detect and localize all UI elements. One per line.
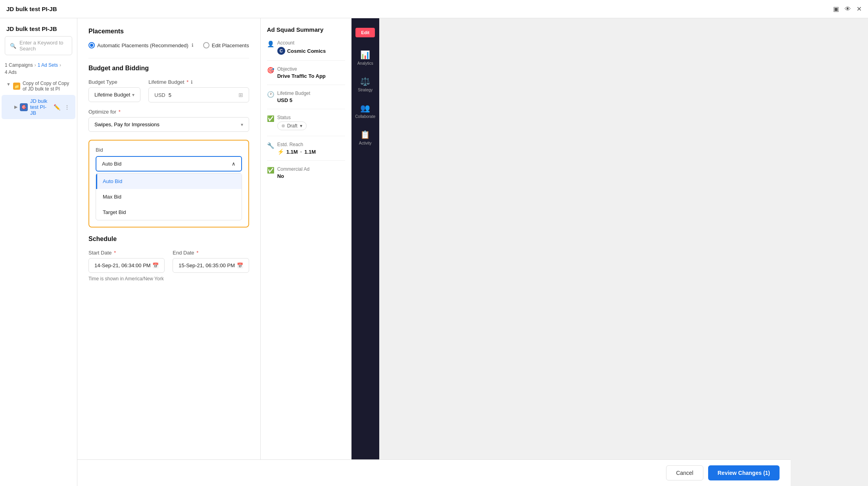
summary-commercial-row: ✅ Commercial Ad No bbox=[267, 166, 345, 185]
summary-budget-row: 🕐 Lifetime Budget USD 5 bbox=[267, 91, 345, 109]
nav-edit[interactable]: Edit bbox=[351, 22, 379, 44]
tree-expand-icon: ▼ bbox=[6, 82, 11, 87]
edit-adsquad-icon[interactable]: ✏️ bbox=[53, 103, 61, 111]
divider-1 bbox=[88, 58, 249, 58]
end-date-value: 15-Sep-21, 06:35:00 PM bbox=[179, 262, 235, 268]
left-sidebar: JD bulk test PI-JB 🔍 Enter a Keyword to … bbox=[0, 18, 77, 486]
campaign-icon: 📁 bbox=[13, 83, 20, 90]
budget-icon: 🕐 bbox=[267, 91, 274, 98]
campaign-label: Copy of Copy of Copy of JD bulk te st PI bbox=[23, 81, 71, 92]
account-badge: C Cosmic Comics bbox=[277, 47, 326, 55]
budget-section: Budget and Bidding Budget Type Lifetime … bbox=[88, 65, 249, 132]
tree-adsquad[interactable]: ▶ 🎯 JD bulk test PI-JB ✏️ ⋮ bbox=[2, 95, 75, 119]
top-header: JD bulk test PI-JB ▣ 👁 ✕ bbox=[0, 0, 868, 18]
budget-value: USD 5 bbox=[277, 97, 345, 103]
nav-analytics[interactable]: 📊 Analytics bbox=[351, 44, 379, 71]
start-date-value: 14-Sep-21, 06:34:00 PM bbox=[94, 262, 151, 268]
bid-selected-value: Auto Bid bbox=[102, 161, 121, 167]
lifetime-budget-input[interactable]: USD ⊞ bbox=[148, 87, 249, 102]
reach-warning-icon: ⚡ bbox=[277, 148, 284, 155]
optimize-select[interactable]: Swipes, Pay for Impressions ▾ bbox=[88, 117, 249, 132]
breadcrumb-sep-1: › bbox=[35, 62, 36, 68]
main-content: Placements Automatic Placements (Recomme… bbox=[77, 18, 260, 486]
budget-key: Lifetime Budget bbox=[277, 91, 345, 96]
automatic-placement-label: Automatic Placements (Recommended) bbox=[97, 42, 188, 48]
optimize-label: Optimize for * bbox=[88, 109, 249, 115]
budget-form-row: Budget Type Lifetime Budget ▾ Lifetime B… bbox=[88, 79, 249, 102]
status-value: Draft bbox=[287, 123, 298, 129]
edit-placement-option[interactable]: Edit Placements bbox=[203, 42, 249, 48]
calendar-icon-start: 📅 bbox=[152, 262, 159, 268]
budget-title: Budget and Bidding bbox=[88, 65, 249, 72]
optimize-value: Swipes, Pay for Impressions bbox=[94, 122, 159, 127]
reach-min: 1.1M bbox=[286, 149, 298, 155]
more-options-icon[interactable]: ⋮ bbox=[63, 103, 71, 111]
budget-type-select[interactable]: Lifetime Budget ▾ bbox=[88, 87, 140, 102]
budget-type-chevron: ▾ bbox=[132, 92, 134, 98]
account-key: Account bbox=[277, 40, 345, 46]
search-bar[interactable]: 🔍 Enter a Keyword to Search bbox=[5, 36, 72, 55]
objective-key: Objective bbox=[277, 66, 345, 72]
account-value: Cosmic Comics bbox=[287, 48, 326, 54]
cancel-button[interactable]: Cancel bbox=[666, 465, 703, 480]
reach-values: ⚡ 1.1M - 1.1M bbox=[277, 148, 345, 155]
bid-option-max[interactable]: Max Bid bbox=[96, 189, 242, 204]
optimize-chevron: ▾ bbox=[241, 122, 243, 127]
bid-label: Bid bbox=[96, 147, 242, 153]
reach-key: Estd. Reach bbox=[277, 142, 345, 147]
breadcrumb-sep-2: › bbox=[60, 62, 61, 68]
start-date-input[interactable]: 14-Sep-21, 06:34:00 PM 📅 bbox=[88, 258, 165, 273]
status-pill[interactable]: Draft ▾ bbox=[277, 122, 307, 130]
placements-title: Placements bbox=[88, 28, 249, 35]
breadcrumb: 1 Campaigns › 1 Ad Sets › 4 Ads bbox=[0, 60, 77, 77]
tree-expand-icon-squad: ▶ bbox=[14, 104, 17, 110]
reach-max: 1.1M bbox=[304, 149, 316, 155]
bid-container: Bid Auto Bid ∧ Auto Bid Max Bid Target B… bbox=[88, 140, 249, 228]
end-date-input[interactable]: 15-Sep-21, 06:35:00 PM 📅 bbox=[173, 258, 249, 273]
status-icon: ✅ bbox=[267, 115, 274, 122]
breadcrumb-ads: 4 Ads bbox=[5, 69, 17, 75]
close-icon[interactable]: ✕ bbox=[856, 5, 862, 13]
budget-amount-input[interactable] bbox=[169, 92, 235, 98]
preview-icon[interactable]: 👁 bbox=[845, 6, 851, 13]
far-right-nav: Edit 📊 Analytics ⚖️ Strategy 👥 Collabora… bbox=[351, 18, 379, 486]
account-icon: 👤 bbox=[267, 40, 274, 48]
bottom-spacer bbox=[88, 282, 249, 309]
summary-reach-content: Estd. Reach ⚡ 1.1M - 1.1M bbox=[277, 142, 345, 155]
nav-collaborate[interactable]: 👥 Collaborate bbox=[351, 98, 379, 124]
review-changes-button[interactable]: Review Changes (1) bbox=[708, 465, 780, 480]
collaborate-icon: 👥 bbox=[360, 103, 370, 113]
bid-option-target[interactable]: Target Bid bbox=[96, 204, 242, 220]
search-icon: 🔍 bbox=[10, 43, 16, 49]
sidebar-toggle-icon[interactable]: ▣ bbox=[833, 5, 839, 13]
lifetime-budget-field: Lifetime Budget * ℹ USD ⊞ bbox=[148, 79, 249, 102]
summary-objective-row: 🎯 Objective Drive Traffic To App bbox=[267, 66, 345, 85]
collaborate-label: Collaborate bbox=[355, 114, 375, 119]
nav-strategy[interactable]: ⚖️ Strategy bbox=[351, 71, 379, 98]
placements-section: Placements Automatic Placements (Recomme… bbox=[88, 28, 249, 48]
summary-objective-content: Objective Drive Traffic To App bbox=[277, 66, 345, 79]
nav-activity[interactable]: 📋 Activity bbox=[351, 124, 379, 151]
commercial-value: No bbox=[277, 173, 345, 179]
info-icon-placement: ℹ bbox=[192, 42, 194, 48]
automatic-radio[interactable] bbox=[88, 42, 95, 48]
bottom-action-bar: Cancel Review Changes (1) bbox=[77, 459, 791, 486]
strategy-label: Strategy bbox=[358, 88, 373, 92]
breadcrumb-adsets[interactable]: 1 Ad Sets bbox=[38, 62, 58, 68]
bid-select[interactable]: Auto Bid ∧ bbox=[96, 156, 242, 172]
reach-dash: - bbox=[300, 148, 302, 155]
tree-campaign[interactable]: ▼ 📁 Copy of Copy of Copy of JD bulk te s… bbox=[2, 77, 75, 95]
status-chevron: ▾ bbox=[300, 123, 302, 129]
optimize-section: Optimize for * Swipes, Pay for Impressio… bbox=[88, 109, 249, 132]
header-actions: ▣ 👁 ✕ bbox=[833, 5, 862, 13]
sidebar-title: JD bulk test PI-JB bbox=[0, 18, 77, 36]
activity-icon: 📋 bbox=[360, 130, 370, 139]
end-date-label: End Date * bbox=[173, 250, 249, 256]
automatic-placement-option[interactable]: Automatic Placements (Recommended) ℹ bbox=[88, 42, 194, 48]
start-date-required: * bbox=[114, 250, 116, 256]
bid-option-auto[interactable]: Auto Bid bbox=[96, 174, 242, 189]
adsquad-icon: 🎯 bbox=[20, 103, 28, 111]
edit-tag[interactable]: Edit bbox=[355, 28, 375, 37]
status-dot bbox=[282, 124, 285, 127]
edit-radio[interactable] bbox=[203, 42, 209, 48]
